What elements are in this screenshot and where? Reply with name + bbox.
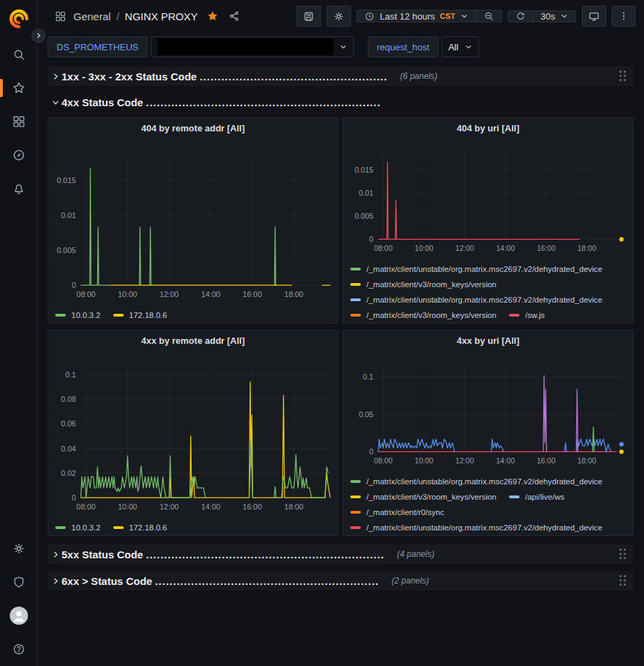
legend-series-swatch [350,298,361,301]
svg-text:0.08: 0.08 [61,395,76,403]
dashboard-settings-button[interactable] [327,6,351,27]
svg-text:10:00: 10:00 [415,244,434,252]
row-5xx[interactable]: 5xx Status Code ........................… [48,544,634,564]
breadcrumb-separator: / [116,10,119,22]
refresh-interval-label: 30s [541,11,555,22]
kebab-menu-button[interactable] [612,6,636,27]
refresh-interval-picker[interactable]: 30s [534,10,576,22]
sidebar-item-alerting[interactable] [0,172,38,205]
panel-title[interactable]: 404 by remote addr [All] [48,118,338,139]
sidebar-item-settings[interactable] [0,532,38,565]
legend-series-label: /_matrix/client/unstable/org.matrix.msc2… [366,296,603,304]
time-picker-group: Last 12 hours CST [357,10,502,22]
svg-text:14:00: 14:00 [201,502,220,511]
gear-icon [12,542,26,556]
zoom-out-time-button[interactable] [476,10,502,22]
legend-item[interactable]: 10.0.3.2 [55,307,101,323]
dashboard-content: 1xx - 3xx - 2xx Status Code ............… [38,61,644,666]
svg-text:0.02: 0.02 [61,469,76,477]
cycle-view-button[interactable] [582,6,606,27]
legend-item[interactable]: 172.18.0.6 [113,307,167,323]
sidebar-item-server-admin[interactable] [0,565,38,599]
legend-series-swatch [350,511,361,514]
favorite-star-icon[interactable] [206,10,219,22]
refresh-button[interactable] [508,10,534,22]
save-dashboard-button[interactable] [296,6,321,27]
row-6xx[interactable]: 6xx > Status Code ......................… [48,571,634,591]
svg-text:08:00: 08:00 [76,290,95,298]
svg-text:0: 0 [72,493,76,502]
legend-item[interactable]: /_matrix/client/unstable/org.matrix.msc2… [350,261,603,277]
panel-title[interactable]: 4xx by uri [All] [343,331,633,351]
sidebar-item-dashboards[interactable] [0,105,38,138]
row-1xx-3xx-2xx[interactable]: 1xx - 3xx - 2xx Status Code ............… [48,66,634,86]
legend-item[interactable]: /_matrix/client/r0/sync [350,505,444,520]
breadcrumb-page[interactable]: NGINX PROXY [125,10,198,22]
legend-series-swatch [55,526,66,529]
legend-series-label: /_matrix/client/unstable/org.matrix.msc2… [366,523,603,532]
sidebar-item-starred[interactable] [0,71,38,105]
legend-series-swatch [350,314,361,317]
svg-text:0.015: 0.015 [355,166,373,174]
active-indicator [0,79,3,97]
legend-item[interactable]: /_matrix/client/unstable/org.matrix.msc2… [350,474,603,489]
row-drag-handle[interactable] [618,547,628,561]
help-icon [12,642,26,656]
breadcrumb-section[interactable]: General [73,10,110,22]
grafana-logo-icon [8,8,29,29]
row-dots: ........................................… [146,549,385,560]
panel-legend: 10.0.3.2172.18.0.6 [48,306,338,323]
legend-item[interactable]: /_matrix/client/v3/room_keys/version [350,489,496,505]
panel-4xx-by-remote-addr: 4xx by remote addr [All] 00.020.040.060.… [48,330,338,536]
legend-item[interactable]: /_matrix/client/unstable/org.matrix.msc2… [350,292,603,307]
row-4xx[interactable]: 4xx Status Code ........................… [48,92,634,112]
chevron-down-icon [339,43,348,51]
legend-series-swatch [55,314,66,317]
legend-item[interactable]: /_matrix/client/v3/room_keys/version [350,307,496,323]
request-host-variable-label: request_host [368,36,438,57]
datasource-variable-select[interactable] [151,36,354,57]
row-panel-count: (4 panels) [397,549,434,559]
panel-title[interactable]: 404 by uri [All] [343,118,633,138]
share-icon[interactable] [229,10,240,22]
svg-text:12:00: 12:00 [159,290,178,298]
legend-item[interactable]: /_matrix/client/v3/room_keys/version [350,277,496,292]
panel-title[interactable]: 4xx by remote addr [All] [48,331,338,352]
legend-item[interactable]: /sw.js [509,307,545,323]
sidebar-item-search[interactable] [0,38,38,71]
legend-series-swatch [350,526,361,529]
main-area: General / NGINX PROXY [38,0,644,666]
dashboard-toolbar: Last 12 hours CST [296,6,636,27]
request-host-variable-select[interactable]: All [442,36,478,57]
row-drag-handle[interactable] [618,69,628,83]
legend-item[interactable]: /_matrix/client/unstable/org.matrix.msc2… [350,520,603,535]
legend-series-label: /_matrix/client/unstable/org.matrix.msc2… [366,477,603,486]
row-drag-handle[interactable] [618,574,628,588]
legend-item[interactable]: /api/live/ws [509,489,564,505]
legend-series-swatch [350,268,361,270]
legend-series-label: 172.18.0.6 [129,311,167,319]
zoom-out-icon [483,10,494,22]
legend-item[interactable]: 172.18.0.6 [113,520,167,535]
legend-series-swatch [509,495,520,498]
timeseries-chart: 00.050.108:0010:0012:0014:0016:0018:00 [343,351,631,472]
sidebar-item-explore[interactable] [0,138,38,172]
legend-item[interactable]: 10.0.3.2 [55,520,101,535]
compass-icon [12,148,26,162]
legend-series-swatch [350,480,361,483]
chevron-down-icon [460,12,468,20]
legend-series-label: 10.0.3.2 [71,523,101,532]
sidebar-expand-button[interactable] [31,29,45,43]
svg-text:14:00: 14:00 [201,290,220,298]
time-range-picker[interactable]: Last 12 hours CST [357,10,476,22]
refresh-group: 30s [508,10,576,22]
panel-404-by-uri: 404 by uri [All] 00.0050.010.01508:0010:… [343,117,634,324]
top-navbar: General / NGINX PROXY [38,0,644,32]
sidebar-item-profile[interactable] [0,599,38,632]
svg-text:10:00: 10:00 [118,290,137,298]
save-icon [303,10,315,22]
legend-series-label: /_matrix/client/unstable/org.matrix.msc2… [366,265,603,273]
sidebar-item-help[interactable] [0,632,38,666]
row-dots: ........................................… [146,96,381,108]
svg-text:08:00: 08:00 [374,456,393,465]
